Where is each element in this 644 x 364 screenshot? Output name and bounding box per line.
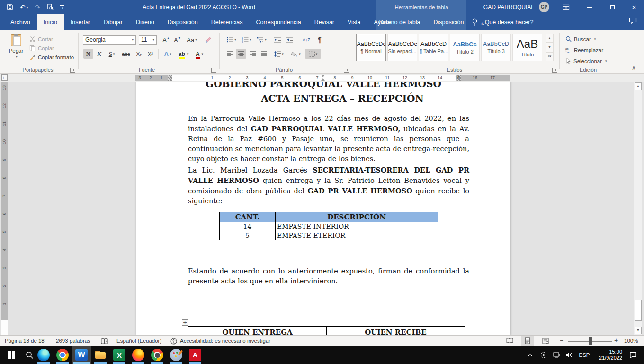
taskbar-app-excel[interactable] bbox=[110, 346, 129, 364]
paste-dropdown-icon[interactable]: ▾ bbox=[16, 55, 18, 59]
tab-correspondencia[interactable]: Correspondencia bbox=[249, 14, 307, 30]
tab-selector[interactable]: ∟ bbox=[1, 74, 8, 81]
taskbar-app-chrome-alt[interactable] bbox=[148, 346, 167, 364]
page-indicator[interactable]: Página 18 de 18 bbox=[5, 336, 45, 346]
styles-scroll-up-button[interactable]: ▲ bbox=[546, 34, 554, 43]
taskbar-app-firefox[interactable] bbox=[129, 346, 148, 364]
table-cell[interactable]: EMPASTE INTERIOR bbox=[276, 222, 438, 231]
ribbon-display-options-button[interactable] bbox=[558, 0, 574, 14]
accessibility-status[interactable]: Accesibilidad: es necesario investigar bbox=[180, 336, 270, 346]
align-left-button[interactable] bbox=[224, 49, 235, 59]
borders-button[interactable]: ▾ bbox=[305, 49, 321, 59]
sort-button[interactable]: A↓Z bbox=[300, 35, 313, 45]
style-titulo-2[interactable]: AaBbCcTítulo 2 bbox=[450, 34, 480, 61]
font-size-combobox[interactable]: 11▾ bbox=[139, 35, 157, 45]
account-name[interactable]: GAD PARROQUIAL bbox=[477, 0, 534, 14]
select-button[interactable]: Seleccionar▾ bbox=[565, 57, 607, 65]
style-sin-espaci[interactable]: AaBbCcDcSin espaci... bbox=[387, 34, 417, 61]
items-table[interactable]: CANT.DESCRIPCIÓN14EMPASTE INTERIOR5EMPAS… bbox=[219, 212, 438, 240]
table-move-handle[interactable]: + bbox=[182, 319, 188, 326]
bold-button[interactable]: N bbox=[83, 49, 93, 59]
multilevel-list-button[interactable]: ▾ bbox=[255, 35, 269, 45]
tab-disposicion[interactable]: Disposición bbox=[161, 14, 205, 30]
change-case-button[interactable]: Aa▾ bbox=[185, 35, 199, 45]
replace-button[interactable]: abac Reemplazar bbox=[565, 46, 603, 54]
avatar[interactable]: GP bbox=[539, 2, 549, 12]
taskbar-app-edge[interactable] bbox=[34, 346, 53, 364]
redo-button[interactable]: ↷ bbox=[35, 4, 40, 10]
grow-font-button[interactable]: A▲ bbox=[161, 35, 171, 45]
tab-referencias[interactable]: Referencias bbox=[205, 14, 250, 30]
taskbar-app-paint[interactable] bbox=[167, 346, 186, 364]
increase-indent-button[interactable] bbox=[284, 35, 295, 45]
decrease-indent-button[interactable] bbox=[272, 35, 283, 45]
contextual-tab-disposicion[interactable]: Disposición bbox=[427, 14, 470, 30]
taskbar-app-chrome[interactable] bbox=[53, 346, 72, 364]
text-effects-button[interactable]: A▾ bbox=[161, 49, 174, 59]
tab-insertar[interactable]: Insertar bbox=[64, 14, 97, 30]
tray-language[interactable]: ESP bbox=[577, 346, 592, 364]
language-indicator[interactable]: Español (Ecuador) bbox=[116, 336, 161, 346]
align-center-button[interactable] bbox=[236, 49, 246, 59]
subscript-button[interactable]: X₂ bbox=[134, 49, 144, 59]
tab-vista[interactable]: Vista bbox=[341, 14, 367, 30]
table-cell[interactable]: 5 bbox=[220, 231, 276, 240]
tell-me-box[interactable]: ¿Qué desea hacer? bbox=[472, 14, 534, 30]
print-preview-icon[interactable] bbox=[47, 4, 54, 10]
tab-revisar[interactable]: Revisar bbox=[308, 14, 341, 30]
word-count[interactable]: 2693 palabras bbox=[56, 336, 90, 346]
undo-button[interactable]: ↶▾ bbox=[20, 4, 28, 10]
styles-dialog-launcher[interactable] bbox=[552, 68, 557, 73]
tab-inicio[interactable]: Inicio bbox=[37, 14, 64, 30]
scroll-up-button[interactable]: ▲ bbox=[635, 82, 642, 90]
undo-dropdown-icon[interactable]: ▾ bbox=[27, 6, 28, 9]
tray-network-icon[interactable] bbox=[551, 346, 563, 364]
justify-button[interactable] bbox=[259, 49, 269, 59]
action-center-button[interactable] bbox=[626, 346, 640, 364]
tray-clock[interactable]: 15:00 21/9/2022 bbox=[594, 346, 622, 364]
numbering-button[interactable]: 123▾ bbox=[240, 35, 254, 45]
customize-qat-button[interactable]: ▾ bbox=[60, 5, 64, 9]
tab-archivo[interactable]: Archivo bbox=[4, 14, 37, 30]
align-right-button[interactable] bbox=[247, 49, 258, 59]
taskbar-app-word[interactable] bbox=[72, 346, 91, 364]
zoom-slider-thumb[interactable] bbox=[589, 337, 592, 345]
styles-scroll-down-button[interactable]: ▼ bbox=[546, 43, 554, 52]
bullets-button[interactable]: ▾ bbox=[224, 35, 239, 45]
vertical-scrollbar[interactable]: ▲ ▼ bbox=[634, 82, 642, 335]
feedback-icon[interactable] bbox=[629, 17, 637, 26]
close-button[interactable]: × bbox=[626, 0, 642, 14]
restore-button[interactable] bbox=[604, 0, 620, 14]
line-spacing-button[interactable]: ▾ bbox=[272, 49, 286, 59]
tab-diseno[interactable]: Diseño bbox=[129, 14, 161, 30]
clipboard-dialog-launcher[interactable] bbox=[70, 68, 75, 73]
taskbar-app-acrobat[interactable] bbox=[186, 346, 205, 364]
taskbar-app-explorer[interactable] bbox=[91, 346, 110, 364]
style-normal[interactable]: AaBbCcDc¶ Normal bbox=[356, 34, 386, 61]
horizontal-ruler[interactable]: 3211234567891011121314151617 bbox=[135, 75, 510, 81]
strikethrough-button[interactable]: abc bbox=[119, 49, 133, 59]
find-button[interactable]: Buscar▾ bbox=[565, 35, 596, 43]
document-page[interactable]: GOBIERNO PARROQUIAL VALLE HERMOSO ACTA E… bbox=[136, 82, 510, 335]
read-mode-button[interactable] bbox=[503, 336, 516, 346]
underline-button[interactable]: S▾ bbox=[105, 49, 118, 59]
format-painter-button[interactable]: Copiar formato bbox=[29, 53, 74, 61]
tray-meet-now-icon[interactable] bbox=[538, 346, 549, 364]
print-layout-button[interactable] bbox=[521, 336, 534, 346]
show-marks-button[interactable]: ¶ bbox=[314, 35, 325, 45]
copy-button[interactable]: Copiar bbox=[29, 44, 54, 52]
font-family-combobox[interactable]: Georgia▾ bbox=[83, 35, 136, 45]
shrink-font-button[interactable]: A▼ bbox=[172, 35, 183, 45]
font-dialog-launcher[interactable] bbox=[211, 68, 216, 73]
zoom-level[interactable]: 100% bbox=[624, 336, 638, 346]
table-cell[interactable]: 14 bbox=[220, 222, 276, 231]
styles-more-button[interactable]: ≡▾ bbox=[546, 52, 554, 61]
tray-volume-icon[interactable] bbox=[564, 346, 575, 364]
minimize-button[interactable] bbox=[581, 0, 598, 14]
tab-dibujar[interactable]: Dibujar bbox=[97, 14, 129, 30]
paste-button[interactable]: Pegar ▾ bbox=[5, 34, 27, 59]
style-table-pa[interactable]: AaBbCcD¶ Table Pa... bbox=[419, 34, 448, 61]
collapse-ribbon-button[interactable]: ∧ bbox=[632, 64, 636, 71]
vertical-ruler[interactable]: 13121110987654321 bbox=[1, 82, 8, 335]
left-margin-boundary[interactable] bbox=[168, 75, 172, 81]
